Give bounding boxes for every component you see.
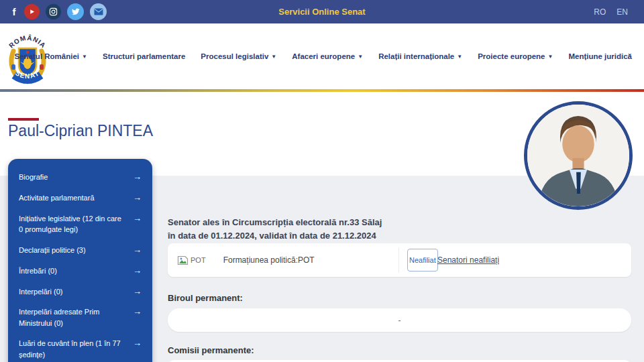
- mandate-statement: Senator ales în Circumscripția electoral…: [168, 216, 382, 243]
- sidebar-item-interpelari-prim-ministru[interactable]: Interpelări adresate Prim Ministrului (0…: [8, 302, 152, 333]
- top-bar: f Servicii Online Senat RO EN: [0, 0, 644, 23]
- sidebar-item-biografie[interactable]: Biografie→: [8, 167, 152, 188]
- sidebar-item-declaratii-politice[interactable]: Declarații politice (3)→: [8, 240, 152, 261]
- mandate-line-2: în data de 01.12.2024, validat în data d…: [168, 229, 382, 243]
- sidebar-item-activitate-parlamentara[interactable]: Activitate parlamentară→: [8, 188, 152, 208]
- party-card: POT Formațiunea politică:POT Neafiliat S…: [168, 243, 631, 277]
- arrow-right-icon: →: [133, 286, 142, 298]
- party-image-alt: POT: [191, 256, 206, 264]
- senators-group-link[interactable]: Senatori neafiliați: [437, 243, 499, 277]
- sidebar-item-initiative-legislative[interactable]: Inițiative legislative (12 din care 0 pr…: [8, 208, 152, 240]
- party-info: POT Formațiunea politică:POT: [177, 243, 315, 277]
- arrow-right-icon: →: [133, 306, 142, 318]
- arrow-right-icon: →: [133, 213, 142, 225]
- chevron-down-icon: ▼: [271, 54, 276, 60]
- chevron-down-icon: ▼: [457, 54, 462, 60]
- arrow-right-icon: →: [133, 265, 142, 277]
- sidebar-item-intrebari[interactable]: Întrebări (0)→: [8, 261, 152, 282]
- title-accent-line: [8, 118, 39, 121]
- nav-item-mentiune-juridica[interactable]: Mențiune juridică: [568, 52, 632, 60]
- party-label: Formațiunea politică:POT: [223, 255, 315, 265]
- page-title: Paul-Ciprian PINTEA: [8, 122, 153, 140]
- nav-item-procesul-legislativ[interactable]: Procesul legislativ▼: [201, 52, 276, 60]
- broken-image-icon: [177, 255, 189, 265]
- chevron-down-icon: ▼: [358, 54, 363, 60]
- chevron-down-icon: ▼: [548, 54, 553, 60]
- card-divider: [398, 247, 399, 273]
- mandate-line-1: Senator ales în Circumscripția electoral…: [168, 216, 382, 229]
- nav-item-afaceri-europene[interactable]: Afaceri europene▼: [292, 52, 363, 60]
- arrow-right-icon: →: [133, 245, 142, 256]
- lang-ro[interactable]: RO: [594, 7, 606, 17]
- bureau-card: -: [168, 308, 631, 332]
- sidebar-item-luari-de-cuvant[interactable]: Luări de cuvânt în plen (1 în 77 ședințe…: [8, 333, 152, 362]
- main-nav: Senatul României▼ Structuri parlamentare…: [0, 23, 632, 89]
- affiliation-badge: Neafiliat: [407, 249, 438, 272]
- nav-item-relatii-internationale[interactable]: Relații internaționale▼: [378, 52, 462, 60]
- sidebar-item-interpelari[interactable]: Interpelări (0)→: [8, 282, 152, 302]
- nav-item-structuri-parlamentare[interactable]: Structuri parlamentare: [103, 52, 185, 60]
- language-switcher: RO EN: [594, 0, 628, 23]
- senate-profile-page: f Servicii Online Senat RO EN: [0, 0, 644, 362]
- arrow-right-icon: →: [133, 172, 142, 183]
- site-header: ROMÂNIA SENAT Senatul României▼ Structur…: [0, 23, 644, 89]
- profile-sidebar: Biografie→ Activitate parlamentară→ Iniț…: [8, 159, 152, 362]
- committees-heading: Comisii permanente:: [168, 345, 254, 355]
- arrow-right-icon: →: [133, 338, 142, 349]
- nav-item-proiecte-europene[interactable]: Proiecte europene▼: [478, 52, 553, 60]
- arrow-right-icon: →: [133, 192, 142, 204]
- online-services-link[interactable]: Servicii Online Senat: [0, 0, 644, 23]
- senator-portrait: [524, 101, 633, 210]
- lang-en[interactable]: EN: [616, 7, 628, 17]
- bureau-heading: Biroul permanent:: [168, 293, 243, 303]
- nav-item-senatul-romaniei[interactable]: Senatul României▼: [15, 52, 87, 60]
- chevron-down-icon: ▼: [82, 54, 87, 60]
